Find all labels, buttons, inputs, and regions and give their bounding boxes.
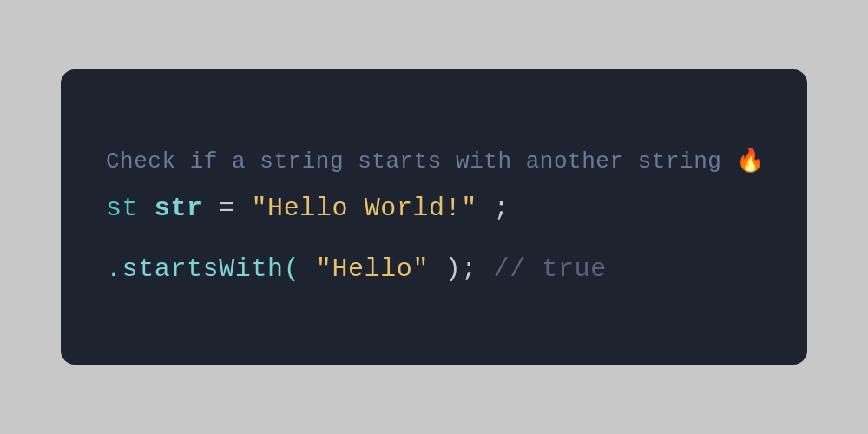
comment-line: Check if a string starts with another st… [106,147,762,174]
inline-comment: // true [494,254,607,284]
starts-with-arg: "Hello" [316,254,429,284]
keyword-st: st [106,194,138,223]
close-paren: ); [445,254,477,284]
equals-operator: = [219,194,251,223]
code-line-2: .startsWith( "Hello" ); // true [106,251,762,287]
var-str: str [155,194,203,223]
comment-text: Check if a string starts with another st… [106,148,721,174]
fire-emoji: 🔥 [736,148,765,174]
starts-with-call: .startsWith( [106,254,299,284]
string-value: "Hello World!" [251,194,477,223]
blank-line [106,227,762,251]
code-line-1: st str = "Hello World!" ; [106,190,762,227]
semicolon-1: ; [494,194,510,223]
code-card: Check if a string starts with another st… [61,69,807,365]
